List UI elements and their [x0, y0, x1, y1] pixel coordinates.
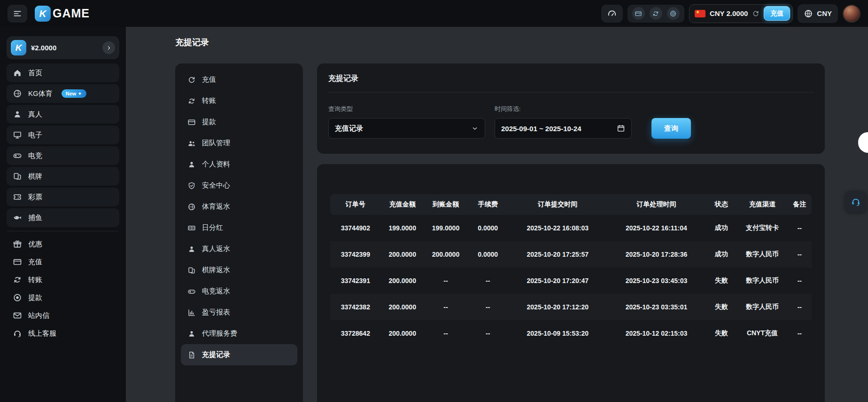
submenu-item-0[interactable]: 充值 — [181, 69, 297, 90]
table-cell: 33728642 — [330, 320, 381, 347]
rebate-sports-icon — [187, 203, 196, 211]
sidebar-item-5[interactable]: 线上客服 — [7, 324, 119, 342]
records-table: 订单号充值金额到账金额手续费订单提交时间订单处理时间状态充值渠道备注 33744… — [330, 194, 812, 347]
refresh-balance-icon[interactable] — [752, 10, 760, 17]
sidebar-item-3[interactable]: 提款 — [7, 289, 119, 307]
query-button[interactable]: 查询 — [651, 118, 691, 139]
sidebar-item-label: KG体育 — [28, 89, 53, 98]
wallet-logo: K — [11, 40, 26, 55]
currency-balance: CNY 2.0000 — [710, 9, 748, 17]
submenu-item-label: 棋牌返水 — [202, 266, 230, 275]
gauge-button[interactable] — [601, 5, 623, 23]
column-header: 到账金额 — [424, 194, 467, 215]
sidebar-item-1[interactable]: 充值 — [7, 253, 119, 271]
exchange-icon[interactable] — [650, 7, 662, 20]
table-cell: 33742399 — [330, 241, 381, 268]
new-badge: New ✦ — [62, 89, 86, 98]
sidebar-item-label: 充值 — [28, 258, 42, 267]
submenu-item-6[interactable]: 体育返水 — [181, 196, 297, 217]
filter-title: 充提记录 — [328, 74, 814, 93]
submenu-item-label: 真人返水 — [202, 244, 230, 253]
brand-logo[interactable]: K GAME — [35, 6, 90, 22]
submenu-item-12[interactable]: 代理服务费 — [181, 323, 297, 344]
sidebar-item-0[interactable]: 优惠 — [7, 235, 119, 253]
menu-button[interactable] — [8, 5, 27, 23]
table-cell: 0.0000 — [467, 241, 508, 268]
sidebar-item-label: 捕鱼 — [28, 213, 42, 222]
sidebar-item-2[interactable]: 真人 — [7, 105, 119, 124]
query-type-select[interactable]: 充值记录 — [328, 118, 485, 139]
profile-icon — [187, 160, 196, 169]
rebate-cards-icon — [187, 266, 196, 275]
sidebar-item-label: 真人 — [28, 110, 42, 119]
submenu-item-3[interactable]: 团队管理 — [181, 133, 297, 154]
rebate-live-icon — [187, 245, 196, 253]
content-row: 充值转账提款团队管理个人资料安全中心体育返水日分红真人返水棋牌返水电竞返水盈亏报… — [175, 63, 825, 402]
submenu-item-4[interactable]: 个人资料 — [181, 154, 297, 175]
sidebar-item-4[interactable]: 站内信 — [7, 307, 119, 324]
submenu-item-5[interactable]: 安全中心 — [181, 175, 297, 196]
logo-k-mark: K — [35, 6, 51, 22]
mail-icon — [13, 311, 22, 320]
dividend-icon — [187, 224, 196, 232]
table-cell: 数字人民币 — [737, 241, 788, 268]
table-cell: 199.0000 — [381, 215, 424, 241]
table-cell: CNYT充值 — [737, 320, 788, 347]
table-cell: 失败 — [706, 320, 737, 347]
sidebar-item-7[interactable]: 捕鱼 — [7, 208, 119, 227]
submenu-item-11[interactable]: 盈亏报表 — [181, 302, 297, 323]
sidebar-item-4[interactable]: 电竞 — [7, 146, 119, 165]
lottery-icon — [13, 192, 22, 202]
sidebar-item-5[interactable]: 棋牌 — [7, 167, 119, 186]
date-range-input[interactable]: 2025-09-01 ~ 2025-10-24 — [495, 118, 632, 139]
currency-selector[interactable]: CNY 2.0000 充值 — [689, 4, 793, 23]
submenu-item-7[interactable]: 日分红 — [181, 217, 297, 238]
table-cell: 成功 — [706, 241, 737, 268]
submenu-item-10[interactable]: 电竞返水 — [181, 281, 297, 302]
user-avatar[interactable] — [843, 5, 860, 23]
submenu-item-9[interactable]: 棋牌返水 — [181, 260, 297, 281]
table-cell: 199.0000 — [424, 215, 467, 241]
target-icon[interactable] — [667, 7, 680, 20]
floating-support-button[interactable] — [845, 191, 867, 212]
main-content: 充提记录 充值转账提款团队管理个人资料安全中心体育返水日分红真人返水棋牌返水电竞… — [126, 27, 868, 402]
header-actions: CNY 2.0000 充值 CNY — [601, 4, 860, 23]
recharge-button[interactable]: 充值 — [764, 6, 790, 21]
sidebar-item-6[interactable]: 彩票 — [7, 188, 119, 206]
submenu-item-label: 代理服务费 — [202, 329, 237, 338]
sidebar-item-0[interactable]: 首页 — [7, 63, 119, 82]
sports-icon — [13, 89, 22, 98]
language-selector[interactable]: CNY — [798, 4, 838, 23]
submenu-item-label: 日分红 — [202, 223, 223, 232]
wallet-card[interactable]: K ¥2.0000 — [7, 36, 119, 59]
records-icon — [187, 351, 196, 359]
submenu-item-2[interactable]: 提款 — [181, 111, 297, 133]
sidebar-item-2[interactable]: 转账 — [7, 271, 119, 289]
submenu-item-1[interactable]: 转账 — [181, 90, 297, 111]
cn-flag-icon — [695, 10, 705, 17]
table-cell: -- — [788, 294, 812, 320]
submenu-item-8[interactable]: 真人返水 — [181, 238, 297, 260]
sidebar-item-3[interactable]: 电子 — [7, 126, 119, 144]
table-cell: -- — [467, 268, 508, 294]
filter-row: 查询类型 充值记录 时间筛选: 2025-09-01 ~ 2025-10-24 — [328, 105, 814, 139]
sidebar-divider — [8, 231, 118, 231]
sidebar-item-1[interactable]: KG体育New ✦ — [7, 84, 119, 103]
sidebar-item-label: 线上客服 — [28, 329, 56, 338]
table-cell: 2025-10-23 03:35:01 — [607, 294, 705, 320]
sidebar-item-label: 提款 — [28, 293, 42, 302]
table-cell: -- — [788, 320, 812, 347]
gauge-icon — [607, 8, 617, 19]
wallet-icon[interactable] — [632, 7, 645, 20]
sidebar-secondary-nav: 优惠充值转账提款站内信线上客服 — [7, 235, 119, 342]
wallet-expand-button[interactable] — [102, 41, 115, 54]
submenu-item-13[interactable]: 充提记录 — [181, 344, 297, 365]
table-cell: 0.0000 — [467, 215, 508, 241]
table-row: 33742382200.0000----2025-10-20 17:12:202… — [330, 294, 812, 320]
chevron-down-icon — [471, 125, 479, 132]
shield-icon — [187, 181, 196, 190]
table-cell: 失败 — [706, 294, 737, 320]
table-row: 33742399200.0000200.00000.00002025-10-20… — [330, 241, 812, 268]
table-cell: -- — [467, 294, 508, 320]
page-title: 充提记录 — [175, 37, 825, 48]
